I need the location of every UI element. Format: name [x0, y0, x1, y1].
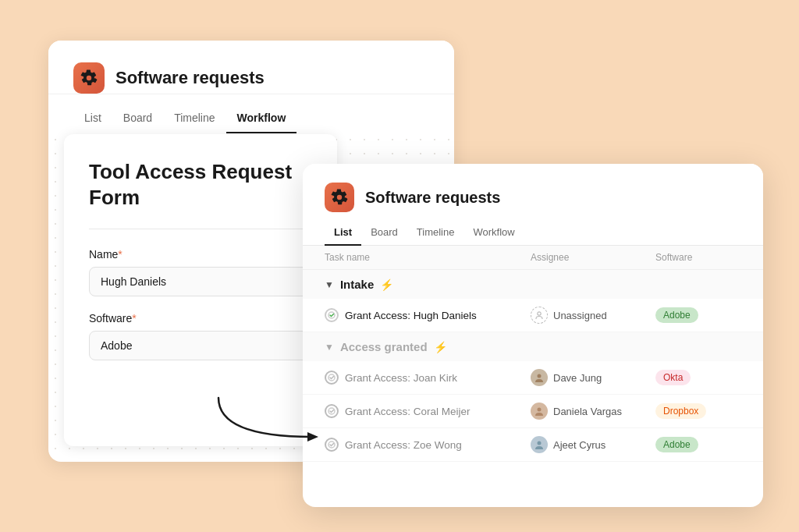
assignee-cell: Unassigned [531, 307, 655, 324]
assignee-name: Daniela Vargas [553, 406, 622, 417]
front-tab-board[interactable]: Board [361, 220, 407, 246]
avatar [531, 369, 548, 386]
software-badge: Okta [655, 370, 691, 385]
task-name-cell: Grant Access: Hugh Daniels [325, 308, 531, 322]
access-granted-emoji: ⚡ [434, 341, 447, 353]
tab-list[interactable]: List [73, 104, 112, 133]
svg-point-8 [538, 442, 542, 445]
software-badge: Adobe [655, 307, 698, 323]
tab-board[interactable]: Board [112, 104, 163, 133]
front-tab-list[interactable]: List [325, 220, 361, 246]
intake-arrow-icon: ▼ [325, 279, 334, 290]
table-row[interactable]: Grant Access: Hugh Daniels Unassigned Ad… [303, 299, 763, 332]
user-avatar-icon [534, 406, 545, 417]
table-row[interactable]: Grant Access: Zoe Wong Ajeet Cyrus Adobe [303, 428, 763, 462]
front-nav-tabs: List Board Timeline Workflow [303, 220, 763, 246]
access-granted-arrow-icon: ▼ [325, 342, 334, 353]
task-name-text: Grant Access: Coral Meijer [345, 406, 471, 417]
task-name-cell: Grant Access: Zoe Wong [325, 438, 531, 452]
col-assignee: Assignee [531, 252, 655, 263]
user-avatar-icon [534, 372, 545, 383]
software-badge: Dropbox [655, 403, 706, 419]
intake-emoji: ⚡ [380, 278, 393, 291]
circle-check-icon [328, 311, 336, 319]
table-row[interactable]: Grant Access: Coral Meijer Daniela Varga… [303, 395, 763, 428]
col-software: Software [655, 252, 741, 263]
avatar [531, 436, 548, 453]
assignee-name: Ajeet Cyrus [553, 439, 605, 451]
svg-point-4 [538, 374, 542, 378]
circle-check-icon [328, 441, 336, 449]
software-cell: Adobe [655, 437, 741, 452]
software-required-star: * [132, 312, 136, 325]
assignee-cell: Dave Jung [531, 369, 655, 386]
circle-check-icon [328, 407, 336, 415]
task-name-text: Grant Access: Zoe Wong [345, 439, 462, 451]
assignee-name: Dave Jung [553, 372, 602, 384]
bg-card-header: Software requests [48, 41, 454, 94]
table-row[interactable]: Grant Access: Joan Kirk Dave Jung Okta [303, 361, 763, 395]
form-title: Tool Access Request Form [89, 159, 312, 210]
software-badge: Adobe [655, 437, 698, 452]
software-cell: Okta [655, 370, 741, 385]
task-name-cell: Grant Access: Joan Kirk [325, 371, 531, 385]
front-card-header: Software requests [303, 164, 763, 212]
circle-check-icon [328, 374, 336, 381]
gear-icon [80, 69, 98, 87]
intake-section-header: ▼ Intake ⚡ [303, 270, 763, 299]
workflow-arrow [203, 390, 328, 452]
software-cell: Adobe [655, 307, 741, 323]
unassigned-icon [531, 307, 548, 324]
software-cell: Dropbox [655, 403, 741, 419]
bg-app-title: Software requests [115, 68, 265, 88]
user-avatar-icon [534, 439, 545, 450]
front-tab-timeline[interactable]: Timeline [407, 220, 464, 246]
access-granted-section-header: ▼ Access granted ⚡ [303, 332, 763, 361]
assignee-name: Unassigned [553, 310, 607, 321]
name-required-star: * [118, 248, 122, 261]
task-name-text: Grant Access: Joan Kirk [345, 372, 457, 384]
table-header: Task name Assignee Software [303, 246, 763, 270]
svg-point-2 [538, 312, 541, 315]
task-check-icon[interactable] [325, 371, 339, 385]
front-gear-icon [331, 189, 348, 206]
col-task-name: Task name [325, 252, 531, 263]
person-icon [534, 310, 544, 320]
tab-timeline[interactable]: Timeline [163, 104, 225, 133]
form-divider [89, 229, 312, 229]
task-check-icon[interactable] [325, 308, 339, 322]
name-input[interactable] [89, 267, 312, 296]
bg-nav-tabs: List Board Timeline Workflow [48, 104, 454, 133]
software-label: Software* [89, 312, 312, 325]
front-card: Software requests List Board Timeline Wo… [303, 164, 763, 507]
tab-workflow[interactable]: Workflow [226, 104, 297, 133]
avatar [531, 403, 548, 420]
assignee-cell: Ajeet Cyrus [531, 436, 655, 453]
name-label: Name* [89, 248, 312, 261]
app-icon [73, 62, 105, 94]
svg-marker-0 [307, 432, 318, 442]
svg-point-6 [538, 408, 542, 412]
access-granted-title: Access granted [340, 340, 428, 353]
front-app-icon [325, 183, 354, 212]
task-name-cell: Grant Access: Coral Meijer [325, 404, 531, 418]
front-tab-workflow[interactable]: Workflow [463, 220, 524, 246]
intake-section-title: Intake [340, 278, 374, 291]
software-input[interactable] [89, 331, 312, 360]
front-app-title: Software requests [365, 189, 500, 207]
assignee-cell: Daniela Vargas [531, 403, 655, 420]
task-name-text: Grant Access: Hugh Daniels [345, 310, 477, 321]
